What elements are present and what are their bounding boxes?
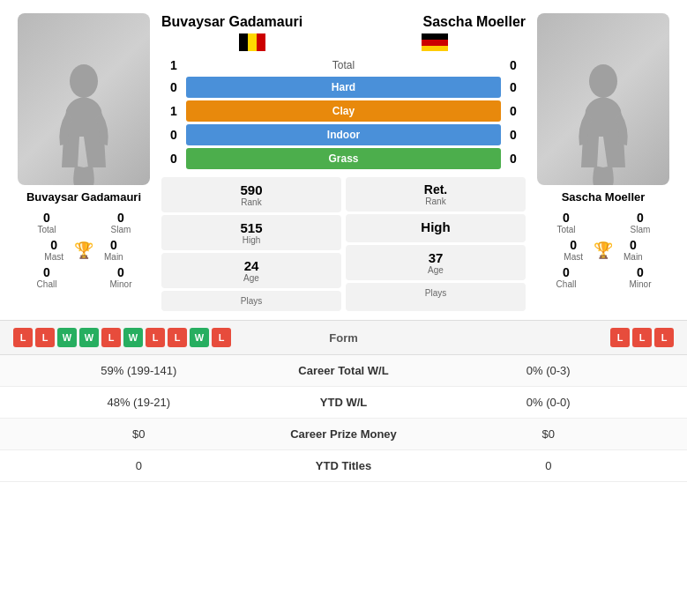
form-badge-left: W [123, 328, 143, 347]
form-badge-left: L [168, 328, 187, 347]
trophy-icon-left: 🏆 [74, 241, 93, 260]
right-high-value: High [349, 219, 522, 234]
main-container: Buvaysar Gadamauri 0 Total 0 Slam 0 Mast… [0, 0, 687, 482]
grass-right-score: 0 [501, 152, 526, 166]
right-mast-stat: 0 Mast [564, 238, 583, 262]
left-player-column: Buvaysar Gadamauri 0 Total 0 Slam 0 Mast… [13, 13, 154, 311]
left-main-label: Main [104, 252, 123, 262]
right-name-text: Sascha Moeller [423, 14, 526, 29]
right-age-value: 37 [349, 250, 522, 265]
be-stripe-red [257, 33, 265, 51]
left-minor-label: Minor [109, 279, 131, 289]
stats-row-center: Career Prize Money [265, 427, 423, 441]
right-stat-boxes-col: Ret. Rank High 37 Age Plays [346, 177, 526, 311]
left-main-stat: 0 Main [104, 238, 123, 262]
grass-left-score: 0 [161, 152, 186, 166]
stats-row: $0Career Prize Money$0 [0, 419, 687, 450]
form-badge-left: L [146, 328, 165, 347]
form-badge-right: L [632, 328, 652, 347]
left-age-box: 24 Age [161, 253, 341, 288]
right-slam-label: Slam [631, 225, 651, 234]
indoor-left-score: 0 [161, 128, 186, 142]
right-total-stat: 0 Total [533, 211, 600, 234]
left-total-stat: 0 Total [13, 211, 80, 234]
left-minor-stat: 0 Minor [87, 265, 154, 289]
right-minor-value: 0 [637, 265, 644, 279]
form-badge-left: W [57, 328, 77, 347]
clay-button[interactable]: Clay [186, 100, 501, 122]
right-player-column: Sascha Moeller 0 Total 0 Slam 0 Mast 🏆 [533, 13, 674, 311]
right-player-name: Sascha Moeller [562, 190, 646, 204]
right-rank-label: Rank [355, 197, 517, 206]
form-badge-left: L [13, 328, 33, 347]
stats-row-right: 0% (0-3) [423, 364, 675, 377]
center-stat-boxes: 590 Rank 515 High 24 Age Plays [161, 177, 526, 311]
left-player-name: Buvaysar Gadamauri [26, 190, 141, 204]
right-minor-label: Minor [629, 279, 651, 289]
stats-row-center: YTD W/L [265, 396, 423, 409]
right-player-avatar [537, 13, 669, 185]
left-name-text: Buvaysar Gadamauri [161, 14, 302, 29]
left-main-value: 0 [110, 238, 117, 252]
left-chall-value: 0 [43, 265, 50, 279]
left-chall-row: 0 Chall 0 Minor [13, 265, 154, 289]
left-flag-wrap [161, 33, 344, 51]
right-main-label: Main [624, 252, 643, 262]
svg-point-1 [589, 64, 617, 98]
right-main-value: 0 [630, 238, 637, 252]
right-chall-stat: 0 Chall [533, 265, 600, 289]
form-section: LLWWLWLLWL Form LLL [0, 320, 687, 354]
left-slam-value: 0 [117, 211, 124, 225]
left-high-label: High [165, 235, 338, 245]
stats-row-left: 59% (199-141) [13, 364, 265, 377]
de-stripe-gold [422, 46, 448, 51]
grass-button[interactable]: Grass [186, 148, 501, 169]
form-badge-left: L [212, 328, 231, 347]
right-age-box: 37 Age [346, 245, 526, 280]
comparison-block: Buvaysar Gadamauri 0 Total 0 Slam 0 Mast… [0, 0, 687, 320]
form-right-badges: LLL [397, 328, 675, 347]
stats-row-center: Career Total W/L [265, 364, 423, 377]
left-rank-label: Rank [165, 197, 338, 207]
right-player-stats: 0 Total 0 Slam [533, 211, 674, 234]
form-badge-left: W [190, 328, 209, 347]
stats-row: 0YTD Titles0 [0, 450, 687, 482]
grass-surface-row: 0 Grass 0 [161, 148, 526, 169]
indoor-surface-row: 0 Indoor 0 [161, 124, 526, 145]
right-rank-box: Ret. Rank [346, 177, 526, 212]
total-right-score: 0 [501, 58, 526, 72]
right-plays-label: Plays [349, 288, 522, 298]
hard-button[interactable]: Hard [186, 77, 501, 98]
right-mast-value: 0 [570, 238, 577, 252]
right-chall-label: Chall [556, 279, 577, 289]
total-label: Total [186, 59, 501, 71]
left-mast-stat: 0 Mast [44, 238, 63, 262]
left-player-name-center: Buvaysar Gadamauri [161, 13, 302, 30]
hard-surface-row: 0 Hard 0 [161, 77, 526, 98]
be-stripe-black [239, 33, 248, 51]
form-badge-right: L [654, 328, 674, 347]
left-mast-label: Mast [44, 252, 63, 262]
right-chall-row: 0 Chall 0 Minor [533, 265, 674, 289]
left-chall-stat: 0 Chall [13, 265, 80, 289]
left-total-label: Total [37, 225, 56, 234]
form-badge-left: L [101, 328, 121, 347]
indoor-button[interactable]: Indoor [186, 124, 501, 145]
left-age-value: 24 [165, 258, 338, 273]
left-rank-box: 590 Rank [161, 177, 341, 212]
stats-row-left: 0 [13, 459, 265, 472]
left-minor-value: 0 [117, 265, 124, 279]
stats-row-left: 48% (19-21) [13, 396, 265, 409]
left-high-box: 515 High [161, 215, 341, 250]
left-stat-boxes-col: 590 Rank 515 High 24 Age Plays [161, 177, 341, 311]
total-scores-row: 1 Total 0 [161, 58, 526, 72]
stats-row-right: 0 [423, 459, 675, 472]
right-rank-value: Ret. [355, 182, 517, 197]
right-slam-stat: 0 Slam [607, 211, 674, 234]
clay-surface-row: 1 Clay 0 [161, 100, 526, 122]
de-stripe-red [422, 40, 448, 46]
clay-right-score: 0 [501, 104, 526, 118]
center-names-row: Buvaysar Gadamauri Sascha Moeller [161, 13, 526, 30]
stats-row-right: $0 [423, 427, 675, 441]
stats-rows-section: 59% (199-141)Career Total W/L0% (0-3)48%… [0, 354, 687, 482]
